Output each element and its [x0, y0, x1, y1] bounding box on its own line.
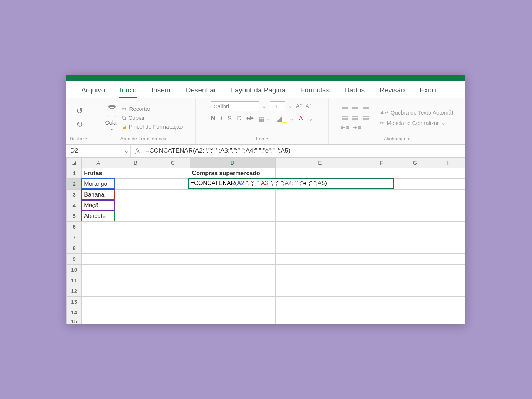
cell[interactable]	[156, 178, 190, 189]
cell[interactable]	[275, 221, 365, 232]
row-header[interactable]: 1	[67, 168, 82, 178]
name-box-dropdown[interactable]: ⌄	[122, 145, 131, 157]
cell[interactable]	[365, 189, 398, 200]
cell[interactable]: Maçã	[82, 200, 115, 211]
cell[interactable]	[115, 275, 156, 286]
cell[interactable]	[156, 318, 190, 324]
cell[interactable]	[275, 307, 365, 318]
chevron-down-icon[interactable]: ⌄	[308, 115, 313, 123]
col-header-C[interactable]: C	[156, 157, 190, 168]
copy-button[interactable]: ⧉Copiar	[122, 115, 183, 121]
cell[interactable]	[275, 253, 365, 264]
col-header-A[interactable]: A	[82, 157, 115, 168]
cell[interactable]	[275, 243, 365, 253]
tab-revisao[interactable]: Revisão	[372, 85, 412, 98]
chevron-down-icon[interactable]: ⌄	[441, 119, 446, 126]
cell[interactable]	[115, 178, 156, 189]
col-header-B[interactable]: B	[115, 157, 156, 168]
cell[interactable]	[432, 253, 466, 264]
cell[interactable]	[115, 211, 156, 221]
cell[interactable]	[115, 200, 156, 211]
cell[interactable]	[115, 307, 156, 318]
cell[interactable]	[365, 275, 398, 286]
cell[interactable]	[275, 318, 365, 324]
cell[interactable]: Morango	[82, 178, 115, 189]
cell[interactable]	[156, 168, 190, 178]
cell[interactable]	[365, 253, 398, 264]
cell[interactable]	[398, 264, 432, 275]
cell[interactable]	[365, 232, 398, 243]
cell[interactable]	[190, 264, 275, 275]
cell[interactable]	[398, 211, 432, 221]
cell[interactable]	[82, 318, 115, 324]
cell[interactable]	[365, 318, 398, 324]
row-header[interactable]: 12	[67, 286, 82, 296]
row-header[interactable]: 13	[67, 296, 82, 307]
cell[interactable]	[432, 200, 466, 211]
cell[interactable]	[275, 264, 365, 275]
underline-button[interactable]: S	[228, 115, 232, 123]
cell[interactable]	[275, 189, 365, 200]
col-header-G[interactable]: G	[398, 157, 432, 168]
cell[interactable]: Compras supermercado	[190, 168, 275, 178]
cell[interactable]	[190, 221, 275, 232]
cell[interactable]	[190, 200, 275, 211]
increase-indent-button[interactable]: ⇥≡	[353, 124, 361, 131]
cell[interactable]	[365, 168, 398, 178]
cell[interactable]	[398, 296, 432, 307]
cell[interactable]	[432, 243, 466, 253]
row-header[interactable]: 3	[67, 189, 82, 200]
cell[interactable]	[115, 168, 156, 178]
row-header[interactable]: 10	[67, 264, 82, 275]
cell[interactable]	[432, 307, 466, 318]
cell-editor[interactable]: =CONCATENAR(A2;",";" ";A3;",";" ";A4;" "…	[188, 178, 394, 189]
cell[interactable]	[82, 232, 115, 243]
cell[interactable]	[365, 296, 398, 307]
cell[interactable]	[156, 253, 190, 264]
tab-arquivo[interactable]: Arquivo	[74, 85, 112, 98]
cell[interactable]	[156, 189, 190, 200]
cell[interactable]	[398, 168, 432, 178]
col-header-E[interactable]: E	[275, 157, 365, 168]
cell[interactable]	[365, 307, 398, 318]
cell[interactable]	[190, 307, 275, 318]
cell[interactable]	[156, 307, 190, 318]
paste-button[interactable]: Colar ⌄	[105, 105, 119, 131]
borders-button[interactable]: ▦ ⌄	[259, 115, 272, 123]
cell[interactable]	[275, 168, 365, 178]
cell[interactable]	[275, 232, 365, 243]
tab-dados[interactable]: Dados	[337, 85, 372, 98]
col-header-D[interactable]: D	[190, 157, 275, 168]
cell[interactable]	[398, 318, 432, 324]
tab-desenhar[interactable]: Desenhar	[178, 85, 224, 98]
cell[interactable]	[398, 221, 432, 232]
cell[interactable]	[82, 275, 115, 286]
strike-button[interactable]: ab	[246, 115, 253, 123]
cell[interactable]	[275, 211, 365, 221]
cell[interactable]	[115, 189, 156, 200]
cell[interactable]	[82, 296, 115, 307]
cell[interactable]	[398, 286, 432, 296]
cell[interactable]	[82, 243, 115, 253]
chevron-down-icon[interactable]: ⌄	[288, 103, 293, 109]
grow-font-button[interactable]: A˄	[296, 103, 303, 109]
cell[interactable]	[398, 178, 432, 189]
cell[interactable]	[398, 200, 432, 211]
cell[interactable]	[115, 253, 156, 264]
cell[interactable]	[432, 168, 466, 178]
cell[interactable]	[82, 286, 115, 296]
tab-inicio[interactable]: Início	[112, 85, 144, 98]
cell[interactable]	[156, 264, 190, 275]
cell[interactable]	[156, 286, 190, 296]
row-header[interactable]: 5	[67, 211, 82, 221]
cell[interactable]	[115, 318, 156, 324]
row-header[interactable]: 14	[67, 307, 82, 318]
cell[interactable]	[190, 318, 275, 324]
cell[interactable]	[398, 275, 432, 286]
cell[interactable]	[432, 178, 466, 189]
cell[interactable]	[82, 221, 115, 232]
font-name-input[interactable]	[211, 101, 259, 111]
cell[interactable]	[115, 264, 156, 275]
row-header[interactable]: 9	[67, 253, 82, 264]
col-header-F[interactable]: F	[365, 157, 398, 168]
